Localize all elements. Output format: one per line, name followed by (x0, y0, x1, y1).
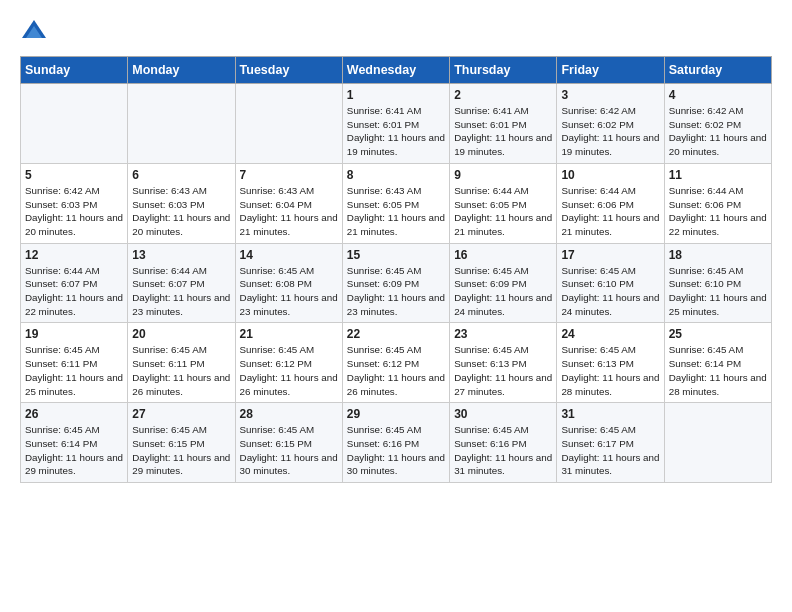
day-number: 3 (561, 88, 659, 102)
cell-sunrise: Sunrise: 6:44 AM (132, 265, 207, 276)
cell-daylight: Daylight: 11 hours and 24 minutes. (454, 292, 552, 317)
cell-daylight: Daylight: 11 hours and 28 minutes. (669, 372, 767, 397)
cell-sunset: Sunset: 6:11 PM (25, 358, 97, 369)
calendar-cell: 17Sunrise: 6:45 AMSunset: 6:10 PMDayligh… (557, 243, 664, 323)
logo (20, 16, 52, 44)
page-header (20, 16, 772, 44)
logo-icon (20, 16, 48, 44)
cell-sunset: Sunset: 6:16 PM (454, 438, 526, 449)
day-number: 7 (240, 168, 338, 182)
cell-sunset: Sunset: 6:13 PM (561, 358, 633, 369)
day-number: 23 (454, 327, 552, 341)
day-number: 21 (240, 327, 338, 341)
cell-sunrise: Sunrise: 6:45 AM (240, 265, 315, 276)
cell-sunset: Sunset: 6:07 PM (132, 278, 204, 289)
cell-daylight: Daylight: 11 hours and 26 minutes. (240, 372, 338, 397)
cell-sunset: Sunset: 6:06 PM (561, 199, 633, 210)
calendar-cell: 21Sunrise: 6:45 AMSunset: 6:12 PMDayligh… (235, 323, 342, 403)
calendar-cell: 16Sunrise: 6:45 AMSunset: 6:09 PMDayligh… (450, 243, 557, 323)
cell-sunrise: Sunrise: 6:45 AM (240, 344, 315, 355)
day-number: 11 (669, 168, 767, 182)
cell-sunset: Sunset: 6:03 PM (25, 199, 97, 210)
day-number: 18 (669, 248, 767, 262)
cell-daylight: Daylight: 11 hours and 21 minutes. (454, 212, 552, 237)
calendar-cell: 18Sunrise: 6:45 AMSunset: 6:10 PMDayligh… (664, 243, 771, 323)
day-number: 2 (454, 88, 552, 102)
cell-daylight: Daylight: 11 hours and 21 minutes. (240, 212, 338, 237)
cell-daylight: Daylight: 11 hours and 25 minutes. (669, 292, 767, 317)
calendar-cell (128, 84, 235, 164)
calendar-cell: 9Sunrise: 6:44 AMSunset: 6:05 PMDaylight… (450, 163, 557, 243)
calendar-cell: 8Sunrise: 6:43 AMSunset: 6:05 PMDaylight… (342, 163, 449, 243)
cell-sunrise: Sunrise: 6:45 AM (561, 265, 636, 276)
cell-sunrise: Sunrise: 6:45 AM (25, 424, 100, 435)
cell-sunrise: Sunrise: 6:45 AM (347, 265, 422, 276)
day-number: 10 (561, 168, 659, 182)
cell-sunrise: Sunrise: 6:45 AM (561, 424, 636, 435)
day-number: 29 (347, 407, 445, 421)
cell-sunset: Sunset: 6:07 PM (25, 278, 97, 289)
calendar-cell: 2Sunrise: 6:41 AMSunset: 6:01 PMDaylight… (450, 84, 557, 164)
cell-sunset: Sunset: 6:17 PM (561, 438, 633, 449)
cell-sunset: Sunset: 6:01 PM (347, 119, 419, 130)
cell-sunrise: Sunrise: 6:44 AM (669, 185, 744, 196)
cell-sunrise: Sunrise: 6:43 AM (347, 185, 422, 196)
calendar-cell: 26Sunrise: 6:45 AMSunset: 6:14 PMDayligh… (21, 403, 128, 483)
cell-sunset: Sunset: 6:15 PM (240, 438, 312, 449)
calendar-cell: 13Sunrise: 6:44 AMSunset: 6:07 PMDayligh… (128, 243, 235, 323)
weekday-header: Sunday (21, 57, 128, 84)
calendar-cell: 7Sunrise: 6:43 AMSunset: 6:04 PMDaylight… (235, 163, 342, 243)
cell-daylight: Daylight: 11 hours and 25 minutes. (25, 372, 123, 397)
weekday-header: Monday (128, 57, 235, 84)
cell-sunrise: Sunrise: 6:41 AM (347, 105, 422, 116)
cell-daylight: Daylight: 11 hours and 21 minutes. (561, 212, 659, 237)
weekday-header-row: SundayMondayTuesdayWednesdayThursdayFrid… (21, 57, 772, 84)
calendar-cell: 28Sunrise: 6:45 AMSunset: 6:15 PMDayligh… (235, 403, 342, 483)
cell-sunrise: Sunrise: 6:43 AM (240, 185, 315, 196)
day-number: 4 (669, 88, 767, 102)
calendar-week-row: 12Sunrise: 6:44 AMSunset: 6:07 PMDayligh… (21, 243, 772, 323)
cell-sunrise: Sunrise: 6:42 AM (561, 105, 636, 116)
day-number: 27 (132, 407, 230, 421)
cell-sunset: Sunset: 6:11 PM (132, 358, 204, 369)
cell-sunset: Sunset: 6:15 PM (132, 438, 204, 449)
cell-sunset: Sunset: 6:02 PM (669, 119, 741, 130)
cell-daylight: Daylight: 11 hours and 21 minutes. (347, 212, 445, 237)
cell-sunrise: Sunrise: 6:44 AM (454, 185, 529, 196)
cell-daylight: Daylight: 11 hours and 31 minutes. (454, 452, 552, 477)
cell-sunrise: Sunrise: 6:43 AM (132, 185, 207, 196)
cell-daylight: Daylight: 11 hours and 23 minutes. (347, 292, 445, 317)
calendar-week-row: 19Sunrise: 6:45 AMSunset: 6:11 PMDayligh… (21, 323, 772, 403)
cell-sunrise: Sunrise: 6:42 AM (669, 105, 744, 116)
day-number: 16 (454, 248, 552, 262)
calendar-table: SundayMondayTuesdayWednesdayThursdayFrid… (20, 56, 772, 483)
cell-daylight: Daylight: 11 hours and 22 minutes. (25, 292, 123, 317)
day-number: 17 (561, 248, 659, 262)
cell-sunrise: Sunrise: 6:45 AM (25, 344, 100, 355)
cell-sunset: Sunset: 6:13 PM (454, 358, 526, 369)
calendar-cell (21, 84, 128, 164)
calendar-cell: 31Sunrise: 6:45 AMSunset: 6:17 PMDayligh… (557, 403, 664, 483)
calendar-cell: 19Sunrise: 6:45 AMSunset: 6:11 PMDayligh… (21, 323, 128, 403)
calendar-week-row: 26Sunrise: 6:45 AMSunset: 6:14 PMDayligh… (21, 403, 772, 483)
cell-sunrise: Sunrise: 6:41 AM (454, 105, 529, 116)
cell-sunset: Sunset: 6:16 PM (347, 438, 419, 449)
day-number: 30 (454, 407, 552, 421)
cell-daylight: Daylight: 11 hours and 29 minutes. (25, 452, 123, 477)
calendar-cell: 1Sunrise: 6:41 AMSunset: 6:01 PMDaylight… (342, 84, 449, 164)
calendar-cell (664, 403, 771, 483)
cell-daylight: Daylight: 11 hours and 19 minutes. (454, 132, 552, 157)
calendar-cell: 30Sunrise: 6:45 AMSunset: 6:16 PMDayligh… (450, 403, 557, 483)
day-number: 1 (347, 88, 445, 102)
cell-daylight: Daylight: 11 hours and 30 minutes. (347, 452, 445, 477)
cell-daylight: Daylight: 11 hours and 30 minutes. (240, 452, 338, 477)
cell-sunrise: Sunrise: 6:45 AM (669, 344, 744, 355)
cell-sunset: Sunset: 6:05 PM (454, 199, 526, 210)
cell-sunset: Sunset: 6:10 PM (561, 278, 633, 289)
cell-daylight: Daylight: 11 hours and 26 minutes. (347, 372, 445, 397)
day-number: 26 (25, 407, 123, 421)
day-number: 14 (240, 248, 338, 262)
cell-daylight: Daylight: 11 hours and 20 minutes. (669, 132, 767, 157)
calendar-week-row: 5Sunrise: 6:42 AMSunset: 6:03 PMDaylight… (21, 163, 772, 243)
calendar-cell: 25Sunrise: 6:45 AMSunset: 6:14 PMDayligh… (664, 323, 771, 403)
